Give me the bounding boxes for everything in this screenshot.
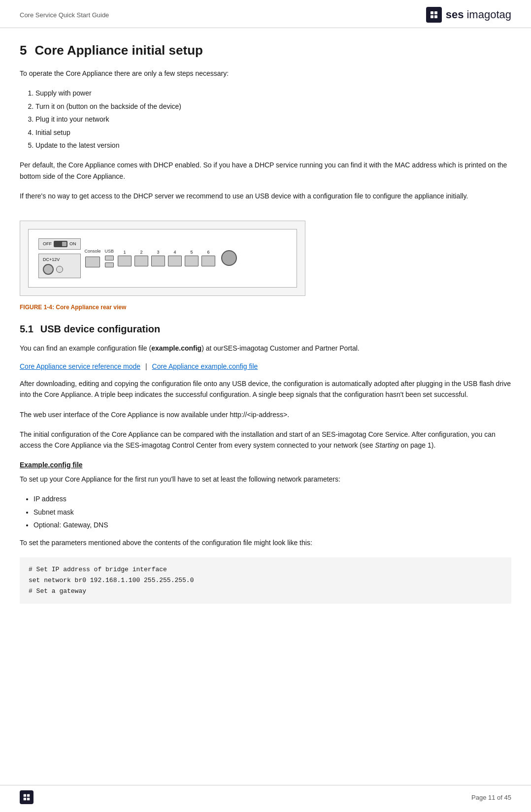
svg-rect-1	[434, 11, 437, 14]
code-intro: To set the parameters mentioned above th…	[20, 537, 511, 548]
subpara: To set up your Core Appliance for the fi…	[20, 474, 511, 485]
bullets-list: IP address Subnet mask Optional: Gateway…	[33, 493, 511, 530]
section51-para1: You can find an example configuration fi…	[20, 343, 511, 354]
link-example-config[interactable]: Core Appliance example.config file	[152, 362, 258, 370]
svg-rect-0	[431, 11, 433, 14]
bullet-3: Optional: Gateway, DNS	[33, 520, 511, 530]
code-line-2: set network br0 192.168.1.100 255.255.25…	[29, 575, 502, 586]
main-content: 5 Core Appliance initial setup To operat…	[0, 28, 531, 639]
header-title: Core Service Quick Start Guide	[20, 11, 109, 19]
code-block: # Set IP address of bridge interface set…	[20, 557, 511, 604]
section5-intro: To operate the Core Appliance there are …	[20, 68, 511, 79]
section51-title: 5.1 USB device configuration	[20, 324, 511, 335]
power-section: DC+12V	[38, 254, 81, 278]
step-2: Turn it on (button on the backside of th…	[35, 101, 511, 112]
example-config-heading: Example.config file	[20, 461, 511, 469]
svg-rect-4	[24, 794, 26, 797]
steps-list: Supply with power Turn it on (button on …	[35, 88, 511, 151]
usb-section: USB	[105, 249, 114, 267]
footer-logo-icon	[20, 790, 33, 804]
step-4: Initial setup	[35, 127, 511, 138]
bullet-2: Subnet mask	[33, 507, 511, 518]
svg-rect-5	[27, 794, 30, 797]
figure-caption: FIGURE 1-4: Core Appliance rear view	[20, 304, 511, 311]
figure-box: OFF ON DC+12V	[20, 221, 305, 296]
bullet-1: IP address	[33, 493, 511, 504]
section51-para3: The web user interface of the Core Appli…	[20, 409, 511, 420]
logo-brand: ses imagotag	[446, 8, 511, 21]
svg-rect-3	[434, 15, 437, 18]
section5-title: 5 Core Appliance initial setup	[20, 43, 511, 58]
links-row: Core Appliance service reference mode | …	[20, 362, 511, 370]
logo-icon	[426, 7, 442, 23]
step-5: Update to the latest version	[35, 140, 511, 151]
svg-rect-6	[24, 798, 26, 800]
step-1: Supply with power	[35, 88, 511, 98]
section5-para2: If there's no way to get access to the D…	[20, 191, 511, 201]
eth-ports-section: 1 2 3 4 5	[118, 250, 215, 266]
sfp-port	[221, 250, 237, 266]
svg-rect-7	[27, 798, 30, 800]
code-line-1: # Set IP address of bridge interface	[29, 564, 502, 575]
step-3: Plug it into your network	[35, 114, 511, 125]
section5-para1: Per default, the Core Appliance comes wi…	[20, 160, 511, 182]
svg-rect-2	[431, 15, 433, 18]
power-switch: OFF ON	[38, 238, 81, 250]
link-service-reference[interactable]: Core Appliance service reference mode	[20, 362, 140, 370]
page-header: Core Service Quick Start Guide ses imago…	[0, 0, 531, 28]
console-usb-section: Console	[85, 249, 101, 267]
section51-para2: After downloading, editing and copying t…	[20, 378, 511, 400]
page-footer: Page 11 of 45	[0, 785, 531, 804]
appliance-rear-image: OFF ON DC+12V	[28, 229, 297, 288]
footer-page-info: Page 11 of 45	[471, 794, 511, 801]
code-line-3: # Set a gateway	[29, 586, 502, 597]
logo-area: ses imagotag	[426, 7, 511, 23]
section51-para4: The initial configuration of the Core Ap…	[20, 429, 511, 451]
